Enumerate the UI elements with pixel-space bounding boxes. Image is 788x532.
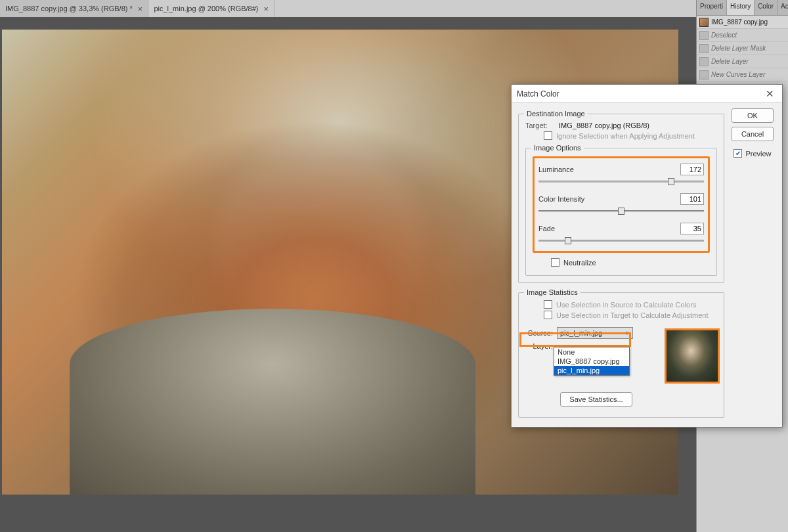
- preview-checkbox[interactable]: ✔: [733, 149, 742, 158]
- group-legend: Image Options: [531, 144, 584, 152]
- luminance-label: Luminance: [538, 166, 574, 173]
- fade-label: Fade: [538, 225, 555, 233]
- dropdown-option[interactable]: None: [554, 347, 629, 357]
- document-tab-2[interactable]: pic_l_min.jpg @ 200% (RGB/8#) ×: [148, 0, 274, 17]
- neutralize-label: Neutralize: [563, 259, 596, 267]
- group-legend: Image Statistics: [524, 288, 580, 296]
- history-step-icon: [699, 31, 709, 40]
- cancel-button[interactable]: Cancel: [732, 127, 774, 141]
- document-tab-label: IMG_8887 copy.jpg @ 33,3% (RGB/8) *: [5, 5, 133, 12]
- tab-history[interactable]: History: [727, 0, 755, 15]
- group-legend: Destination Image: [524, 110, 588, 118]
- use-source-selection-label: Use Selection in Source to Calculate Col…: [556, 301, 696, 309]
- use-target-selection-label: Use Selection in Target to Calculate Adj…: [556, 311, 709, 319]
- close-icon[interactable]: ×: [138, 4, 143, 14]
- history-item[interactable]: New Curves Layer: [697, 68, 788, 81]
- ignore-selection-checkbox: [544, 131, 552, 140]
- history-step-icon: [699, 70, 709, 79]
- dialog-titlebar[interactable]: Match Color ✕: [512, 85, 782, 103]
- tab-color[interactable]: Color: [755, 0, 777, 15]
- chevron-down-icon: ▼: [624, 330, 630, 336]
- use-target-selection-checkbox: [544, 311, 552, 319]
- match-color-dialog: Match Color ✕ Destination Image Target: …: [511, 84, 783, 428]
- highlight-annotation: Luminance Color Intensity: [533, 156, 710, 253]
- source-label: Source:: [525, 329, 553, 337]
- history-item[interactable]: Deselect: [697, 29, 788, 42]
- document-tab-bar: IMG_8887 copy.jpg @ 33,3% (RGB/8) * × pi…: [0, 0, 788, 17]
- tab-actions[interactable]: Actio: [777, 0, 788, 15]
- history-item[interactable]: Delete Layer Mask: [697, 42, 788, 55]
- layer-label: Layer:: [525, 342, 553, 350]
- color-intensity-slider[interactable]: [538, 207, 704, 216]
- color-intensity-input[interactable]: [680, 193, 704, 205]
- document-tab-label: pic_l_min.jpg @ 200% (RGB/8#): [154, 5, 258, 12]
- ok-button[interactable]: OK: [732, 108, 774, 123]
- thumbnail-icon: [699, 18, 709, 27]
- fade-input[interactable]: [680, 223, 704, 234]
- history-file-label: IMG_8887 copy.jpg: [711, 18, 768, 26]
- preview-label: Preview: [745, 150, 771, 158]
- close-icon[interactable]: ×: [264, 4, 269, 14]
- source-dropdown-list[interactable]: None IMG_8887 copy.jpg pic_l_min.jpg: [554, 347, 630, 376]
- history-step-icon: [699, 57, 709, 66]
- luminance-slider[interactable]: [538, 177, 704, 187]
- source-dropdown[interactable]: pic_l_min.jpg ▼: [557, 327, 633, 339]
- image-options-group: Image Options Luminance Color Intensity: [525, 148, 717, 276]
- history-item[interactable]: Delete Layer: [697, 55, 788, 68]
- fade-slider[interactable]: [538, 236, 704, 246]
- history-step-icon: [699, 44, 709, 53]
- target-label: Target:: [525, 122, 555, 129]
- history-snapshot[interactable]: IMG_8887 copy.jpg: [697, 16, 788, 29]
- use-source-selection-checkbox: [544, 300, 552, 309]
- dialog-title: Match Color: [517, 89, 559, 99]
- ignore-selection-label: Ignore Selection when Applying Adjustmen…: [556, 132, 695, 140]
- tab-properties[interactable]: Properti: [697, 0, 727, 15]
- image-statistics-group: Image Statistics Use Selection in Source…: [518, 292, 724, 418]
- luminance-input[interactable]: [680, 164, 704, 175]
- destination-image-group: Destination Image Target: IMG_8887 copy.…: [518, 114, 724, 283]
- source-preview-thumbnail: [665, 328, 720, 384]
- neutralize-checkbox[interactable]: [551, 258, 559, 267]
- close-icon[interactable]: ✕: [763, 88, 777, 100]
- target-value: IMG_8887 copy.jpg (RGB/8): [559, 122, 649, 129]
- document-tab-1[interactable]: IMG_8887 copy.jpg @ 33,3% (RGB/8) * ×: [0, 0, 148, 17]
- color-intensity-label: Color Intensity: [538, 195, 584, 203]
- dropdown-option-selected[interactable]: pic_l_min.jpg: [554, 366, 629, 375]
- panel-tab-group: Properti History Color Actio: [697, 0, 788, 16]
- dropdown-option[interactable]: IMG_8887 copy.jpg: [554, 357, 629, 366]
- save-statistics-button[interactable]: Save Statistics...: [560, 392, 632, 407]
